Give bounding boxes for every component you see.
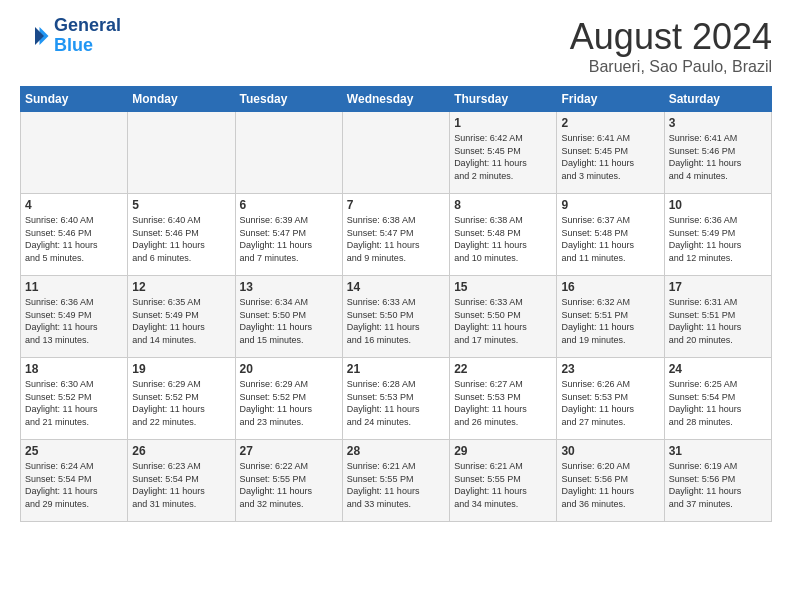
day-number: 4: [25, 198, 123, 212]
day-number: 21: [347, 362, 445, 376]
day-number: 12: [132, 280, 230, 294]
day-number: 7: [347, 198, 445, 212]
day-info: Sunrise: 6:38 AMSunset: 5:48 PMDaylight:…: [454, 214, 552, 264]
day-number: 28: [347, 444, 445, 458]
calendar-cell: 2Sunrise: 6:41 AMSunset: 5:45 PMDaylight…: [557, 112, 664, 194]
day-info: Sunrise: 6:33 AMSunset: 5:50 PMDaylight:…: [347, 296, 445, 346]
day-info: Sunrise: 6:42 AMSunset: 5:45 PMDaylight:…: [454, 132, 552, 182]
col-friday: Friday: [557, 87, 664, 112]
calendar-cell: 28Sunrise: 6:21 AMSunset: 5:55 PMDayligh…: [342, 440, 449, 522]
day-info: Sunrise: 6:41 AMSunset: 5:45 PMDaylight:…: [561, 132, 659, 182]
day-number: 23: [561, 362, 659, 376]
day-number: 27: [240, 444, 338, 458]
day-info: Sunrise: 6:32 AMSunset: 5:51 PMDaylight:…: [561, 296, 659, 346]
day-info: Sunrise: 6:36 AMSunset: 5:49 PMDaylight:…: [25, 296, 123, 346]
calendar-cell: 15Sunrise: 6:33 AMSunset: 5:50 PMDayligh…: [450, 276, 557, 358]
calendar-cell: 21Sunrise: 6:28 AMSunset: 5:53 PMDayligh…: [342, 358, 449, 440]
title-block: August 2024 Barueri, Sao Paulo, Brazil: [570, 16, 772, 76]
calendar-cell: [235, 112, 342, 194]
col-sunday: Sunday: [21, 87, 128, 112]
logo-icon: [20, 21, 50, 51]
calendar-cell: 3Sunrise: 6:41 AMSunset: 5:46 PMDaylight…: [664, 112, 771, 194]
day-info: Sunrise: 6:33 AMSunset: 5:50 PMDaylight:…: [454, 296, 552, 346]
calendar-cell: 22Sunrise: 6:27 AMSunset: 5:53 PMDayligh…: [450, 358, 557, 440]
logo: General Blue: [20, 16, 121, 56]
calendar-week-5: 25Sunrise: 6:24 AMSunset: 5:54 PMDayligh…: [21, 440, 772, 522]
calendar-cell: [128, 112, 235, 194]
day-number: 5: [132, 198, 230, 212]
day-number: 17: [669, 280, 767, 294]
header-row: General Blue August 2024 Barueri, Sao Pa…: [20, 16, 772, 76]
col-wednesday: Wednesday: [342, 87, 449, 112]
logo-text: General Blue: [54, 16, 121, 56]
calendar-cell: 23Sunrise: 6:26 AMSunset: 5:53 PMDayligh…: [557, 358, 664, 440]
day-info: Sunrise: 6:40 AMSunset: 5:46 PMDaylight:…: [25, 214, 123, 264]
day-info: Sunrise: 6:40 AMSunset: 5:46 PMDaylight:…: [132, 214, 230, 264]
day-info: Sunrise: 6:35 AMSunset: 5:49 PMDaylight:…: [132, 296, 230, 346]
day-info: Sunrise: 6:27 AMSunset: 5:53 PMDaylight:…: [454, 378, 552, 428]
calendar-cell: 9Sunrise: 6:37 AMSunset: 5:48 PMDaylight…: [557, 194, 664, 276]
calendar-week-4: 18Sunrise: 6:30 AMSunset: 5:52 PMDayligh…: [21, 358, 772, 440]
calendar-cell: 5Sunrise: 6:40 AMSunset: 5:46 PMDaylight…: [128, 194, 235, 276]
col-thursday: Thursday: [450, 87, 557, 112]
day-number: 13: [240, 280, 338, 294]
day-info: Sunrise: 6:21 AMSunset: 5:55 PMDaylight:…: [454, 460, 552, 510]
day-info: Sunrise: 6:21 AMSunset: 5:55 PMDaylight:…: [347, 460, 445, 510]
calendar-cell: 1Sunrise: 6:42 AMSunset: 5:45 PMDaylight…: [450, 112, 557, 194]
calendar-cell: 11Sunrise: 6:36 AMSunset: 5:49 PMDayligh…: [21, 276, 128, 358]
calendar-cell: 24Sunrise: 6:25 AMSunset: 5:54 PMDayligh…: [664, 358, 771, 440]
logo-line1: General: [54, 16, 121, 36]
day-number: 30: [561, 444, 659, 458]
day-number: 8: [454, 198, 552, 212]
day-number: 10: [669, 198, 767, 212]
calendar-week-2: 4Sunrise: 6:40 AMSunset: 5:46 PMDaylight…: [21, 194, 772, 276]
logo-line2: Blue: [54, 36, 121, 56]
calendar-cell: [342, 112, 449, 194]
header-row-days: Sunday Monday Tuesday Wednesday Thursday…: [21, 87, 772, 112]
day-number: 20: [240, 362, 338, 376]
day-info: Sunrise: 6:24 AMSunset: 5:54 PMDaylight:…: [25, 460, 123, 510]
day-info: Sunrise: 6:31 AMSunset: 5:51 PMDaylight:…: [669, 296, 767, 346]
day-number: 3: [669, 116, 767, 130]
calendar-cell: 8Sunrise: 6:38 AMSunset: 5:48 PMDaylight…: [450, 194, 557, 276]
main-container: General Blue August 2024 Barueri, Sao Pa…: [0, 0, 792, 532]
day-number: 9: [561, 198, 659, 212]
location-subtitle: Barueri, Sao Paulo, Brazil: [570, 58, 772, 76]
day-info: Sunrise: 6:29 AMSunset: 5:52 PMDaylight:…: [132, 378, 230, 428]
day-info: Sunrise: 6:28 AMSunset: 5:53 PMDaylight:…: [347, 378, 445, 428]
calendar-cell: 17Sunrise: 6:31 AMSunset: 5:51 PMDayligh…: [664, 276, 771, 358]
calendar-cell: 18Sunrise: 6:30 AMSunset: 5:52 PMDayligh…: [21, 358, 128, 440]
day-info: Sunrise: 6:29 AMSunset: 5:52 PMDaylight:…: [240, 378, 338, 428]
day-number: 18: [25, 362, 123, 376]
day-info: Sunrise: 6:20 AMSunset: 5:56 PMDaylight:…: [561, 460, 659, 510]
calendar-cell: 26Sunrise: 6:23 AMSunset: 5:54 PMDayligh…: [128, 440, 235, 522]
day-info: Sunrise: 6:26 AMSunset: 5:53 PMDaylight:…: [561, 378, 659, 428]
month-year-title: August 2024: [570, 16, 772, 58]
calendar-cell: 14Sunrise: 6:33 AMSunset: 5:50 PMDayligh…: [342, 276, 449, 358]
calendar-cell: 20Sunrise: 6:29 AMSunset: 5:52 PMDayligh…: [235, 358, 342, 440]
calendar-cell: 27Sunrise: 6:22 AMSunset: 5:55 PMDayligh…: [235, 440, 342, 522]
day-number: 15: [454, 280, 552, 294]
calendar-cell: 19Sunrise: 6:29 AMSunset: 5:52 PMDayligh…: [128, 358, 235, 440]
day-number: 14: [347, 280, 445, 294]
day-number: 26: [132, 444, 230, 458]
calendar-cell: 6Sunrise: 6:39 AMSunset: 5:47 PMDaylight…: [235, 194, 342, 276]
day-info: Sunrise: 6:38 AMSunset: 5:47 PMDaylight:…: [347, 214, 445, 264]
calendar-cell: 12Sunrise: 6:35 AMSunset: 5:49 PMDayligh…: [128, 276, 235, 358]
day-number: 24: [669, 362, 767, 376]
col-tuesday: Tuesday: [235, 87, 342, 112]
calendar-cell: 10Sunrise: 6:36 AMSunset: 5:49 PMDayligh…: [664, 194, 771, 276]
calendar-cell: 13Sunrise: 6:34 AMSunset: 5:50 PMDayligh…: [235, 276, 342, 358]
day-number: 29: [454, 444, 552, 458]
day-info: Sunrise: 6:25 AMSunset: 5:54 PMDaylight:…: [669, 378, 767, 428]
calendar-cell: 29Sunrise: 6:21 AMSunset: 5:55 PMDayligh…: [450, 440, 557, 522]
day-info: Sunrise: 6:39 AMSunset: 5:47 PMDaylight:…: [240, 214, 338, 264]
calendar-cell: 16Sunrise: 6:32 AMSunset: 5:51 PMDayligh…: [557, 276, 664, 358]
calendar-week-3: 11Sunrise: 6:36 AMSunset: 5:49 PMDayligh…: [21, 276, 772, 358]
day-info: Sunrise: 6:22 AMSunset: 5:55 PMDaylight:…: [240, 460, 338, 510]
day-info: Sunrise: 6:36 AMSunset: 5:49 PMDaylight:…: [669, 214, 767, 264]
day-info: Sunrise: 6:34 AMSunset: 5:50 PMDaylight:…: [240, 296, 338, 346]
day-info: Sunrise: 6:41 AMSunset: 5:46 PMDaylight:…: [669, 132, 767, 182]
day-number: 11: [25, 280, 123, 294]
day-number: 19: [132, 362, 230, 376]
